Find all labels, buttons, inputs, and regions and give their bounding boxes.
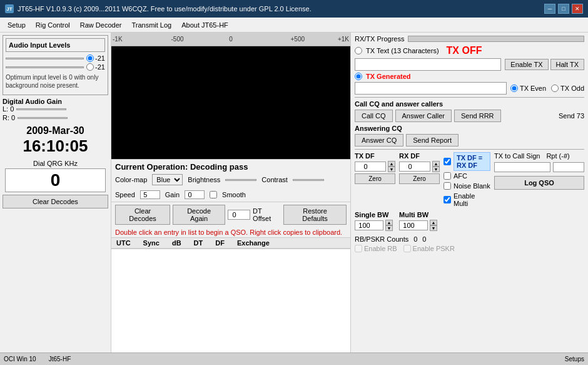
clear-decodes-btn2[interactable]: Clear Decodes <box>115 205 170 225</box>
send-report-button[interactable]: Send Report <box>406 134 459 147</box>
single-bw-spinner: ▲ ▼ <box>385 220 393 231</box>
col-exchange: Exchange <box>237 239 270 247</box>
tx-even-opt[interactable]: TX Even <box>510 85 546 92</box>
contrast-slider[interactable] <box>293 179 324 181</box>
single-bw-down[interactable]: ▼ <box>385 225 393 231</box>
col-db: dB <box>172 239 181 247</box>
rb-pskr-enable-row: Enable RB Enable PSKR <box>355 245 584 252</box>
clock-date: 2009-Mar-30 <box>3 125 108 136</box>
colormap-label: Color-map <box>115 176 147 183</box>
audio-radio-2[interactable]: -21 <box>86 63 105 71</box>
tx-text-input-row: Enable TX Halt TX <box>355 58 584 71</box>
tx-text-radio[interactable] <box>355 47 362 54</box>
df-row: TX DF ▲ ▼ Zero RX DF ▲ <box>355 152 584 208</box>
audio-slider-1[interactable] <box>6 58 84 59</box>
menu-setup[interactable]: Setup <box>3 19 31 31</box>
tx-df-label: TX DF <box>355 152 395 160</box>
gain-slider-r[interactable] <box>18 117 68 119</box>
answer-caller-button[interactable]: Answer Caller <box>395 110 452 122</box>
enable-tx-button[interactable]: Enable TX <box>505 59 548 70</box>
tx-df-down[interactable]: ▼ <box>388 167 395 172</box>
send-rrr-button[interactable]: Send RRR <box>454 110 501 122</box>
menu-about[interactable]: About JT65-HF <box>176 19 233 31</box>
answering-cq-label: Answering CQ <box>355 125 584 132</box>
gain-spinbox[interactable] <box>185 190 205 199</box>
menu-transmit-log[interactable]: Transmit Log <box>126 19 176 31</box>
multi-bw-down[interactable]: ▼ <box>430 225 437 231</box>
menu-rig-control[interactable]: Rig Control <box>31 19 75 31</box>
minimize-button[interactable]: ─ <box>544 4 555 14</box>
title-text: JT65-HF V1.0.9.3 (c) 2009...2011 W6CQZ. … <box>18 5 312 13</box>
speed-spinbox[interactable] <box>140 190 160 199</box>
menu-raw-decoder[interactable]: Raw Decoder <box>75 19 127 31</box>
enable-rb-label: Enable RB <box>364 245 397 252</box>
audio-slider-2[interactable] <box>6 66 84 68</box>
col-dt: DT <box>194 239 203 247</box>
to-callsign-input[interactable] <box>494 162 550 172</box>
smooth-checkbox[interactable] <box>210 191 217 198</box>
rx-df-spinbox-row: ▲ ▼ <box>399 161 440 172</box>
restore-defaults-button[interactable]: Restore Defaults <box>283 205 347 225</box>
dt-offset-spinbox[interactable] <box>228 210 250 220</box>
rx-df-up[interactable]: ▲ <box>432 161 440 167</box>
single-bw-row: ▲ ▼ <box>355 220 393 231</box>
audio-radio-1[interactable]: -21 <box>86 54 105 62</box>
tx-even-label: TX Even <box>520 85 546 92</box>
colormap-select[interactable]: Blue <box>152 174 183 185</box>
maximize-button[interactable]: □ <box>558 4 569 14</box>
answer-cq-button[interactable]: Answer CQ <box>355 134 403 147</box>
multi-bw-spinbox[interactable] <box>399 220 428 230</box>
single-bw-group: Single BW ▲ ▼ <box>355 211 393 231</box>
rxtx-label: RX/TX Progress <box>355 35 404 43</box>
decode-buttons-row: Clear Decodes Decode Again DT Offset Res… <box>111 202 350 227</box>
log-qso-button[interactable]: Log QSO <box>494 176 584 190</box>
single-bw-spinbox[interactable] <box>355 220 383 230</box>
multi-bw-label: Multi BW <box>399 211 437 218</box>
tx-generated-radio[interactable] <box>355 73 362 80</box>
gain-slider-l[interactable] <box>16 108 66 110</box>
gain-row-r: R: 0 <box>3 114 108 121</box>
noise-blank-checkbox[interactable] <box>444 182 451 190</box>
noise-blank-row: Noise Blank <box>444 182 490 190</box>
callsign-rpt-inputs <box>494 162 584 172</box>
tx-text-input[interactable] <box>355 58 501 71</box>
close-button[interactable]: ✕ <box>572 4 583 14</box>
tx-df-zero-button[interactable]: Zero <box>355 173 395 184</box>
send73-label: Send 73 <box>559 112 584 120</box>
tx-df-spinbox[interactable] <box>355 162 386 172</box>
dial-freq: 0 <box>5 168 106 192</box>
tx-odd-opt[interactable]: TX Odd <box>551 85 584 92</box>
tx-even-radio[interactable] <box>510 85 518 92</box>
col-df: DF <box>215 239 225 247</box>
afc-checkbox[interactable] <box>444 172 451 180</box>
tx-odd-radio[interactable] <box>551 85 559 92</box>
tx-eq-rx-checkbox[interactable] <box>444 158 451 165</box>
tx-generated-input[interactable] <box>355 82 507 95</box>
rpt-input[interactable] <box>553 162 584 172</box>
clock-time: 16:10:05 <box>3 136 108 156</box>
halt-tx-button[interactable]: Halt TX <box>550 59 584 70</box>
enable-multi-checkbox[interactable] <box>444 196 451 203</box>
audio-radio-input-2[interactable] <box>86 63 94 71</box>
gain-title: Digital Audio Gain <box>3 98 108 105</box>
audio-radio-input-1[interactable] <box>86 54 94 62</box>
rx-df-down[interactable]: ▼ <box>432 167 440 172</box>
enable-rb-checkbox <box>355 245 362 252</box>
rx-df-zero-button[interactable]: Zero <box>399 173 440 184</box>
tx-generated-label: TX Generated <box>366 73 411 80</box>
multi-bw-up[interactable]: ▲ <box>430 220 437 225</box>
brightness-slider[interactable] <box>225 179 256 181</box>
clear-decodes-button[interactable]: Clear Decodes <box>3 195 108 208</box>
call-cq-button[interactable]: Call CQ <box>355 110 393 122</box>
setups-button[interactable]: Setups <box>565 356 584 362</box>
ruler-neg500: -500 <box>171 36 184 43</box>
rx-df-spinbox[interactable] <box>399 162 430 172</box>
multi-bw-group: Multi BW ▲ ▼ <box>399 211 437 231</box>
tx-df-up[interactable]: ▲ <box>388 161 395 167</box>
cq-header: Call CQ and answer callers <box>355 100 584 108</box>
gain-row-l: L: 0 <box>3 105 108 113</box>
decode-again-button[interactable]: Decode Again <box>173 205 225 225</box>
left-panel: Audio Input Levels -21 -21 Optimum input… <box>0 33 111 365</box>
single-bw-up[interactable]: ▲ <box>385 220 393 225</box>
title-bar: JT JT65-HF V1.0.9.3 (c) 2009...2011 W6CQ… <box>0 0 588 18</box>
